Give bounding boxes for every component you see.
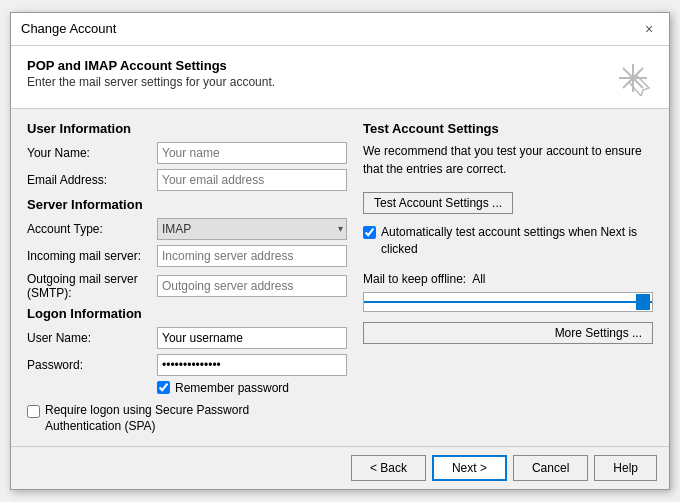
change-account-window: Change Account × POP and IMAP Account Se… xyxy=(10,12,670,490)
slider-fill xyxy=(364,301,652,303)
header-subtitle: Enter the mail server settings for your … xyxy=(27,75,275,89)
incoming-server-row: Incoming mail server: xyxy=(27,245,347,267)
next-button[interactable]: Next > xyxy=(432,455,507,481)
spa-row: Require logon using Secure Password Auth… xyxy=(27,403,347,434)
mail-offline-label: Mail to keep offline: All xyxy=(363,272,653,286)
remember-password-checkbox[interactable] xyxy=(157,381,170,394)
outgoing-server-label: Outgoing mail server (SMTP): xyxy=(27,272,157,300)
header-section: POP and IMAP Account Settings Enter the … xyxy=(11,46,669,109)
email-input[interactable] xyxy=(157,169,347,191)
slider-thumb[interactable] xyxy=(636,294,650,310)
your-name-input[interactable] xyxy=(157,142,347,164)
account-type-label: Account Type: xyxy=(27,222,157,236)
email-label: Email Address: xyxy=(27,173,157,187)
header-icon xyxy=(613,58,653,98)
username-row: User Name: xyxy=(27,327,347,349)
more-settings-button[interactable]: More Settings ... xyxy=(363,322,653,344)
test-account-settings-button[interactable]: Test Account Settings ... xyxy=(363,192,513,214)
auto-test-checkbox[interactable] xyxy=(363,226,376,239)
test-description: We recommend that you test your account … xyxy=(363,142,653,178)
help-button[interactable]: Help xyxy=(594,455,657,481)
cancel-button[interactable]: Cancel xyxy=(513,455,588,481)
header-text: POP and IMAP Account Settings Enter the … xyxy=(27,58,275,89)
account-type-select-wrapper: IMAP POP3 ▾ xyxy=(157,218,347,240)
mail-offline-value: All xyxy=(472,272,485,286)
username-label: User Name: xyxy=(27,331,157,345)
close-button[interactable]: × xyxy=(639,19,659,39)
password-input[interactable] xyxy=(157,354,347,376)
user-info-section-title: User Information xyxy=(27,121,347,136)
window-title: Change Account xyxy=(21,21,116,36)
server-info-section-title: Server Information xyxy=(27,197,347,212)
settings-icon xyxy=(615,60,651,96)
username-input[interactable] xyxy=(157,327,347,349)
password-row: Password: xyxy=(27,354,347,376)
mail-offline-text: Mail to keep offline: xyxy=(363,272,466,286)
auto-test-row: Automatically test account settings when… xyxy=(363,224,653,258)
your-name-row: Your Name: xyxy=(27,142,347,164)
spa-label: Require logon using Secure Password Auth… xyxy=(45,403,325,434)
main-content: User Information Your Name: Email Addres… xyxy=(11,109,669,446)
password-label: Password: xyxy=(27,358,157,372)
test-section-title: Test Account Settings xyxy=(363,121,653,136)
remember-password-row: Remember password xyxy=(157,381,347,395)
your-name-label: Your Name: xyxy=(27,146,157,160)
left-panel: User Information Your Name: Email Addres… xyxy=(27,121,347,434)
header-title: POP and IMAP Account Settings xyxy=(27,58,275,73)
back-button[interactable]: < Back xyxy=(351,455,426,481)
right-panel: Test Account Settings We recommend that … xyxy=(363,121,653,434)
account-type-select[interactable]: IMAP POP3 xyxy=(157,218,347,240)
footer: < Back Next > Cancel Help xyxy=(11,446,669,489)
spa-checkbox[interactable] xyxy=(27,405,40,418)
email-row: Email Address: xyxy=(27,169,347,191)
outgoing-server-row: Outgoing mail server (SMTP): xyxy=(27,272,347,300)
title-bar: Change Account × xyxy=(11,13,669,46)
auto-test-label: Automatically test account settings when… xyxy=(381,224,653,258)
remember-password-label: Remember password xyxy=(175,381,289,395)
account-type-row: Account Type: IMAP POP3 ▾ xyxy=(27,218,347,240)
incoming-server-label: Incoming mail server: xyxy=(27,249,157,263)
mail-offline-section: Mail to keep offline: All xyxy=(363,272,653,312)
incoming-server-input[interactable] xyxy=(157,245,347,267)
mail-offline-slider-container xyxy=(363,292,653,312)
logon-section-title: Logon Information xyxy=(27,306,347,321)
outgoing-server-input[interactable] xyxy=(157,275,347,297)
